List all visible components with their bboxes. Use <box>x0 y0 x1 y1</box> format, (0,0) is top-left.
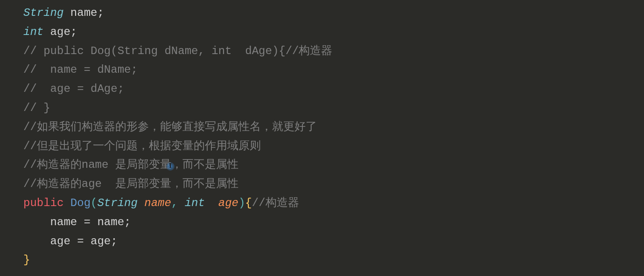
comment: // name = dName; <box>23 63 138 76</box>
left-paren: ( <box>91 197 97 209</box>
comment: //如果我们构造器的形参，能够直接写成属性名，就更好了 <box>23 121 317 133</box>
statement: age = age; <box>23 235 118 248</box>
code-line-11[interactable]: public Dog(String name, int age){//构造器 <box>23 194 644 213</box>
type-keyword: String <box>23 7 63 19</box>
code-line-7[interactable]: //如果我们构造器的形参，能够直接写成属性名，就更好了 <box>23 118 644 137</box>
code-line-14[interactable]: } <box>23 251 644 270</box>
space <box>63 197 70 209</box>
comment: //构造器的age 是局部变量，而不是属性 <box>23 178 238 190</box>
semicolon: ; <box>70 26 77 38</box>
type-keyword: int <box>23 26 43 38</box>
param-type: String <box>97 197 137 209</box>
code-line-1[interactable]: String name; <box>23 4 644 23</box>
right-brace: } <box>23 254 30 266</box>
code-line-9[interactable]: //构造器的name 是局部变量，而不是属性 <box>23 156 644 175</box>
identifier: age <box>43 26 70 38</box>
statement: name = name; <box>23 216 131 228</box>
code-line-10[interactable]: //构造器的age 是局部变量，而不是属性 <box>23 175 644 194</box>
code-line-12[interactable]: name = name; <box>23 213 644 232</box>
comment: // public Dog(String dName, int dAge){//… <box>23 45 333 57</box>
param-name: name <box>144 197 171 209</box>
code-line-8[interactable]: //但是出现了一个问题，根据变量的作用域原则 <box>23 137 644 156</box>
code-line-4[interactable]: // name = dName; <box>23 61 644 80</box>
comment: //构造器的name 是局部变量，而不是属性 <box>23 159 238 171</box>
code-line-13[interactable]: age = age; <box>23 232 644 251</box>
semicolon: ; <box>97 7 104 19</box>
identifier: name <box>63 7 97 19</box>
class-name: Dog <box>70 197 91 209</box>
comment: // age = dAge; <box>23 83 124 95</box>
code-line-6[interactable]: // } <box>23 99 644 118</box>
comma: , <box>171 197 185 209</box>
cursor-glyph: I <box>169 160 171 172</box>
code-line-2[interactable]: int age; <box>23 23 644 42</box>
param-type: int <box>185 197 205 209</box>
comment: //构造器 <box>252 197 299 209</box>
right-paren: ) <box>238 197 245 209</box>
code-line-5[interactable]: // age = dAge; <box>23 80 644 99</box>
code-line-3[interactable]: // public Dog(String dName, int dAge){//… <box>23 42 644 61</box>
comment: // } <box>23 102 50 114</box>
space <box>205 197 218 209</box>
text-cursor-icon: I <box>166 162 175 171</box>
comment: //但是出现了一个问题，根据变量的作用域原则 <box>23 140 261 152</box>
keyword-public: public <box>23 197 63 209</box>
left-brace: { <box>245 197 252 209</box>
param-name: age <box>218 197 238 209</box>
space <box>138 197 144 209</box>
